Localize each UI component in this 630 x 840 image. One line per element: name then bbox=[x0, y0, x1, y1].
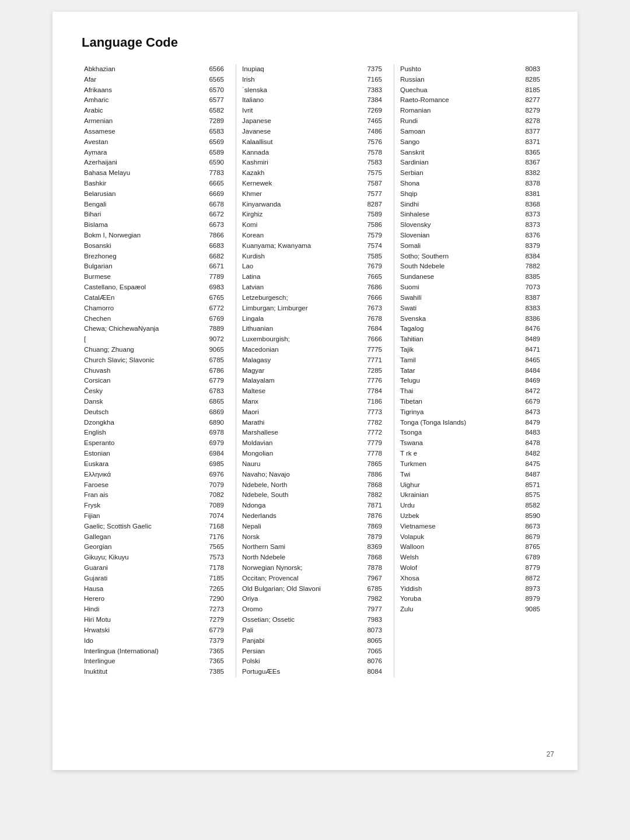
language-name: Malagasy bbox=[242, 355, 360, 366]
table-row: Magyar7285 bbox=[240, 366, 384, 376]
table-row: Ndebele, North7868 bbox=[240, 480, 384, 491]
language-name: Faroese bbox=[84, 480, 202, 491]
language-code: 9072 bbox=[202, 334, 224, 345]
table-row: Serbian8382 bbox=[398, 168, 542, 178]
language-name: Sotho; Southern bbox=[400, 251, 518, 262]
language-name: Fijian bbox=[84, 511, 202, 522]
table-row: Inupiaq7375 bbox=[240, 64, 384, 75]
table-row: Irish7165 bbox=[240, 75, 384, 85]
table-row: Komi7586 bbox=[240, 220, 384, 230]
table-row: Kannada7578 bbox=[240, 148, 384, 158]
language-name: Bihari bbox=[84, 209, 202, 220]
language-name: Urdu bbox=[400, 501, 518, 511]
language-code: 8872 bbox=[518, 573, 540, 584]
language-name: Kazakh bbox=[242, 168, 360, 178]
language-code: 8368 bbox=[518, 200, 540, 210]
language-code: 8673 bbox=[518, 522, 540, 532]
language-name: Tsonga bbox=[400, 428, 518, 438]
table-row: Tatar8484 bbox=[398, 366, 542, 376]
table-row: Hindi7273 bbox=[82, 604, 226, 615]
language-code: 6785 bbox=[202, 355, 224, 366]
language-code: 8476 bbox=[518, 324, 540, 334]
language-name: Slovenian bbox=[400, 230, 518, 241]
language-code: 6566 bbox=[202, 64, 224, 75]
table-row: Macedonian7775 bbox=[240, 345, 384, 355]
language-name: Thai bbox=[400, 386, 518, 397]
language-name: Tigrinya bbox=[400, 407, 518, 418]
table-row: Brezhoneg6682 bbox=[82, 251, 226, 262]
table-row: Sardinian8367 bbox=[398, 158, 542, 168]
language-name: PortuguÆEs bbox=[242, 667, 360, 677]
language-code: 8376 bbox=[518, 230, 540, 241]
table-row: Euskara6985 bbox=[82, 459, 226, 470]
table-row: Kazakh7575 bbox=[240, 168, 384, 178]
language-code: 6665 bbox=[202, 178, 224, 189]
language-name: Japanese bbox=[242, 116, 360, 127]
language-name: Tibetan bbox=[400, 397, 518, 407]
language-name: Interlingue bbox=[84, 656, 202, 667]
language-name: Castellano, Espaæol bbox=[84, 282, 202, 293]
language-name: Assamese bbox=[84, 127, 202, 137]
table-row: Gujarati7185 bbox=[82, 573, 226, 584]
language-code: 7176 bbox=[202, 532, 224, 542]
table-row: Ivrit7269 bbox=[240, 106, 384, 116]
language-code: 6672 bbox=[202, 209, 224, 220]
language-name: Ido bbox=[84, 636, 202, 646]
table-row: Bengali6678 bbox=[82, 200, 226, 210]
language-code: 8469 bbox=[518, 376, 540, 386]
language-name: CatalÆEn bbox=[84, 293, 202, 303]
table-row: Oromo7977 bbox=[240, 604, 384, 615]
table-row: Javanese7486 bbox=[240, 127, 384, 137]
language-name: Ukrainian bbox=[400, 490, 518, 501]
table-row: Afar6565 bbox=[82, 75, 226, 85]
language-code: 7384 bbox=[360, 95, 382, 106]
language-name: [ bbox=[84, 334, 202, 345]
language-code: 8483 bbox=[518, 428, 540, 438]
language-name: Inupiaq bbox=[242, 64, 360, 75]
table-row: Guarani7178 bbox=[82, 563, 226, 573]
language-name: Euskara bbox=[84, 459, 202, 470]
language-name: Tatar bbox=[400, 366, 518, 376]
language-name: Svenska bbox=[400, 314, 518, 324]
language-code: 8482 bbox=[518, 449, 540, 459]
table-row: Telugu8469 bbox=[398, 376, 542, 386]
language-code: 7889 bbox=[202, 324, 224, 334]
table-row: Gikuyu; Kikuyu7573 bbox=[82, 552, 226, 563]
language-name: Marshallese bbox=[242, 428, 360, 438]
table-row: Kashmiri7583 bbox=[240, 158, 384, 168]
language-code: 7365 bbox=[202, 656, 224, 667]
table-row: Nepali7869 bbox=[240, 522, 384, 532]
table-row: Japanese7465 bbox=[240, 116, 384, 127]
language-name: Zulu bbox=[400, 604, 518, 615]
language-name: Malayalam bbox=[242, 376, 360, 386]
table-row: Ido7379 bbox=[82, 636, 226, 646]
language-name: Norsk bbox=[242, 532, 360, 542]
language-name: Bosanski bbox=[84, 241, 202, 251]
language-code: 6779 bbox=[202, 376, 224, 386]
table-row: Shona8378 bbox=[398, 178, 542, 189]
language-code: 7778 bbox=[360, 449, 382, 459]
table-row: Azerhaijani6590 bbox=[82, 158, 226, 168]
table-row: Bosanski6683 bbox=[82, 241, 226, 251]
language-code: 7869 bbox=[360, 522, 382, 532]
language-code: 8571 bbox=[518, 480, 540, 491]
language-code: 7385 bbox=[202, 667, 224, 677]
language-name: Sundanese bbox=[400, 272, 518, 282]
table-row: [9072 bbox=[82, 334, 226, 345]
table-row: Occitan; Provencal7967 bbox=[240, 573, 384, 584]
language-name: Ndebele, North bbox=[242, 480, 360, 491]
language-name: Letzeburgesch; bbox=[242, 293, 360, 303]
language-code: 7871 bbox=[360, 501, 382, 511]
table-row: Kuanyama; Kwanyama7574 bbox=[240, 241, 384, 251]
language-code: 6673 bbox=[202, 220, 224, 230]
language-name: Belarusian bbox=[84, 189, 202, 200]
language-code: 7775 bbox=[360, 345, 382, 355]
table-row: Northern Sami8369 bbox=[240, 542, 384, 552]
language-name: Uighur bbox=[400, 480, 518, 491]
language-name: Marathi bbox=[242, 418, 360, 428]
language-name: Navaho; Navajo bbox=[242, 470, 360, 480]
table-row: Afrikaans6570 bbox=[82, 85, 226, 96]
language-name: Nauru bbox=[242, 459, 360, 470]
language-code: 8487 bbox=[518, 470, 540, 480]
language-code: 6985 bbox=[202, 459, 224, 470]
